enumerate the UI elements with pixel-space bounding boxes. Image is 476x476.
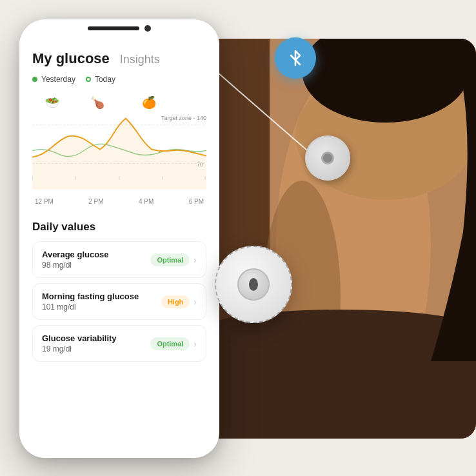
average-glucose-name: Average glucose [42, 250, 150, 259]
device-sensor-eye [249, 278, 258, 291]
today-label: Today [95, 75, 115, 84]
glucose-variability-info: Glucose variability 19 mg/dl [42, 333, 150, 353]
glucose-variability-badge: Optimal [150, 337, 190, 350]
food-icon-1: 🥗 [45, 95, 59, 110]
legend-today: Today [86, 75, 115, 84]
target-zone-label: Target zone - 140 [161, 115, 206, 121]
device-inner [237, 268, 270, 301]
average-glucose-arrow: › [193, 255, 197, 265]
food-icon-3: 🍊 [142, 95, 156, 110]
average-glucose-badge: Optimal [150, 253, 190, 266]
yesterday-label: Yesterday [41, 75, 75, 84]
legend-yesterday: Yesterday [32, 75, 75, 84]
phone-mockup: My glucose Insights Yesterday Today 🥗 🍗 [19, 19, 219, 458]
person-background [205, 39, 476, 439]
glucose-variability-card[interactable]: Glucose variability 19 mg/dl Optimal › [32, 325, 206, 362]
daily-values-title: Daily values [32, 221, 206, 233]
average-glucose-info: Average glucose 98 mg/dl [42, 250, 150, 270]
scene: My glucose Insights Yesterday Today 🥗 🍗 [0, 0, 476, 476]
cgm-device-circle [215, 246, 292, 323]
x-label-2pm: 2 PM [88, 198, 103, 205]
average-glucose-card[interactable]: Average glucose 98 mg/dl Optimal › [32, 241, 206, 278]
morning-fasting-arrow: › [193, 297, 197, 307]
glucose-variability-name: Glucose variability [42, 333, 150, 343]
chart-legend: Yesterday Today [32, 75, 206, 84]
morning-fasting-info: Morning fasting glucose 101 mg/dl [42, 292, 161, 312]
daily-values-section: Daily values Average glucose 98 mg/dl Op… [32, 221, 206, 362]
average-glucose-value: 98 mg/dl [42, 261, 150, 270]
phone-camera [144, 25, 151, 32]
insights-tab[interactable]: Insights [120, 53, 160, 66]
yesterday-dot [32, 77, 37, 82]
x-label-4pm: 4 PM [139, 198, 154, 205]
cgm-sensor-patch [305, 135, 350, 181]
bluetooth-icon [286, 48, 305, 68]
morning-fasting-value: 101 mg/dl [42, 302, 161, 312]
person-silhouette [205, 39, 476, 439]
glucose-variability-arrow: › [193, 339, 197, 349]
morning-fasting-card[interactable]: Morning fasting glucose 101 mg/dl High › [32, 283, 206, 320]
notch-bar [88, 26, 139, 30]
x-label-12pm: 12 PM [35, 198, 54, 205]
morning-fasting-badge: High [161, 295, 190, 308]
phone-notch [81, 19, 158, 37]
chart-x-labels: 12 PM 2 PM 4 PM 6 PM [32, 198, 206, 205]
bluetooth-button[interactable] [275, 37, 316, 79]
today-dot [86, 77, 91, 82]
morning-fasting-name: Morning fasting glucose [42, 292, 161, 301]
glucose-variability-value: 19 mg/dl [42, 344, 150, 353]
phone-screen: My glucose Insights Yesterday Today 🥗 🍗 [19, 37, 219, 458]
screen-header: My glucose Insights [32, 50, 206, 67]
food-icon-2: 🍗 [90, 95, 104, 110]
sensor-center [321, 152, 334, 164]
screen-title: My glucose [32, 50, 110, 67]
glucose-chart: 🥗 🍗 🍊 Target zone - 140 70 [32, 94, 206, 210]
x-label-6pm: 6 PM [189, 198, 204, 205]
